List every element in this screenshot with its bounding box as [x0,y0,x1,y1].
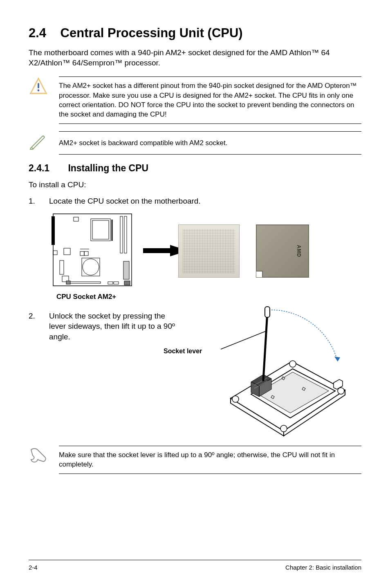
caution-note: The AM2+ socket has a different pinout f… [29,76,361,124]
section-heading: 2.4 Central Processing Unit (CPU) [29,25,361,42]
svg-line-44 [221,331,266,349]
step-1: 1. Locate the CPU socket on the motherbo… [29,196,361,206]
svg-point-1 [38,90,40,92]
svg-rect-0 [38,83,39,88]
info-note: AM2+ socket is backward compatible with … [29,131,361,155]
svg-marker-45 [334,357,340,361]
svg-point-30 [338,388,344,394]
section-number: 2.4 [29,26,46,40]
page-footer: 2-4 Chapter 2: Basic installation [29,560,361,572]
svg-rect-17 [60,260,64,274]
svg-rect-3 [52,216,55,245]
caution-icon [29,76,48,96]
subsection-number: 2.4.1 [29,162,65,175]
socket-photo [178,224,240,278]
info-text: AM2+ socket is backward compatible with … [59,139,227,147]
step-1-number: 1. [29,196,38,206]
svg-point-28 [232,396,239,402]
intro-paragraph: The motherboard comes with a 940-pin AM2… [29,47,361,68]
board-caption: CPU Socket AM2+ [56,292,361,302]
step-2-wrap: 2. Unlock the socket by pressing the lev… [29,311,361,442]
svg-rect-24 [53,251,57,255]
svg-rect-6 [92,220,109,239]
tip-note: Make sure that the socket lever is lifte… [29,446,361,474]
lead-in-text: To install a CPU: [29,180,361,190]
svg-rect-22 [108,282,113,284]
svg-rect-19 [124,281,130,285]
svg-rect-18 [123,261,129,279]
cpu-photo: AMD [256,224,309,278]
svg-rect-13 [84,251,88,256]
step-1-text: Locate the CPU socket on the motherboard… [49,196,361,206]
chapter-label: Chapter 2: Basic installation [285,563,361,572]
svg-rect-15 [82,258,100,276]
caution-text: The AM2+ socket has a different pinout f… [59,82,357,118]
svg-rect-8 [120,216,123,253]
tip-text: Make sure that the socket lever is lifte… [59,451,335,468]
socket-lever-label: Socket lever [164,347,202,356]
diagram-row: AMD [52,212,361,290]
svg-rect-23 [114,282,119,284]
svg-rect-4 [52,216,54,220]
step-2-number: 2. [29,311,38,342]
socket-lever-diagram [206,304,353,443]
pencil-icon [29,131,48,151]
svg-rect-5 [91,219,110,241]
page-number: 2-4 [29,563,38,572]
cpu-brand-label: AMD [296,245,302,257]
section-title: Central Processing Unit (CPU) [61,26,243,40]
subsection-heading: 2.4.1 Installing the CPU [29,162,361,175]
svg-rect-11 [64,248,70,255]
step-2-text: Unlock the socket by pressing the lever … [49,311,184,342]
svg-rect-10 [74,217,78,221]
hand-icon [29,446,48,465]
motherboard-diagram [52,212,133,290]
svg-rect-9 [124,216,127,253]
svg-rect-12 [80,251,84,256]
svg-rect-43 [265,307,270,317]
subsection-title: Installing the CPU [68,163,148,173]
svg-line-42 [263,312,267,380]
svg-point-31 [289,361,296,367]
svg-rect-20 [68,282,101,283]
svg-rect-21 [66,281,70,284]
svg-point-29 [280,425,287,432]
svg-point-14 [83,259,99,275]
